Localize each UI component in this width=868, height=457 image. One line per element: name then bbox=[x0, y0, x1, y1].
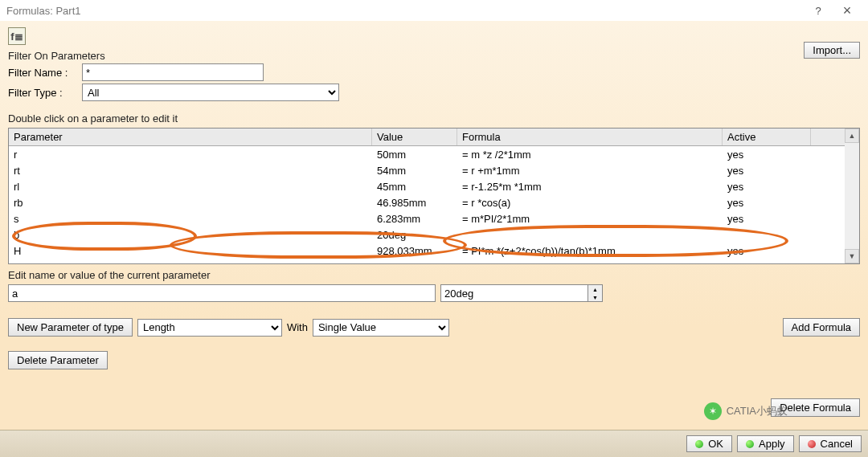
new-param-row: New Parameter of type Length With Single… bbox=[8, 318, 860, 337]
col-header-active[interactable]: Active bbox=[723, 129, 811, 145]
filter-section-label: Filter On Parameters bbox=[8, 50, 860, 62]
cell-value: 928.033mm bbox=[372, 244, 457, 258]
col-header-parameter[interactable]: Parameter bbox=[9, 129, 372, 145]
red-dot-icon bbox=[808, 440, 816, 448]
cell-formula: = r +m*1mm bbox=[457, 164, 723, 177]
scroll-track[interactable] bbox=[845, 143, 859, 249]
cell-param: s bbox=[9, 212, 372, 226]
table-row[interactable]: s6.283mm= m*PI/2*1mmyes bbox=[9, 210, 845, 226]
table-row[interactable]: b20deg bbox=[9, 226, 845, 243]
dialog-footer: OK Apply Cancel bbox=[0, 430, 868, 457]
filter-type-select[interactable]: All bbox=[82, 84, 339, 101]
table-header: Parameter Value Formula Active bbox=[9, 129, 845, 146]
filter-name-row: Filter Name : bbox=[8, 63, 860, 81]
cell-param: rt bbox=[9, 164, 372, 177]
filter-name-input[interactable] bbox=[82, 63, 264, 81]
with-label: With bbox=[287, 321, 308, 333]
table-body: r50mm= m *z /2*1mmyesrt54mm= r +m*1mmyes… bbox=[9, 146, 845, 259]
cell-formula bbox=[457, 234, 723, 235]
cell-active bbox=[723, 234, 811, 235]
cell-value: 20deg bbox=[372, 228, 457, 242]
param-value-input[interactable] bbox=[440, 284, 588, 302]
cell-value: 46.985mm bbox=[372, 196, 457, 210]
param-type-select[interactable]: Length bbox=[137, 319, 282, 337]
table-row[interactable]: r50mm= m *z /2*1mmyes bbox=[9, 146, 845, 162]
green-dot-icon bbox=[695, 440, 703, 448]
param-value-spinner: ▲ ▼ bbox=[440, 284, 603, 302]
col-header-formula[interactable]: Formula bbox=[457, 129, 723, 145]
wechat-icon: ✶ bbox=[704, 402, 722, 420]
apply-button[interactable]: Apply bbox=[737, 435, 794, 452]
cell-param: r bbox=[9, 148, 372, 161]
table-instruction: Double click on a parameter to edit it bbox=[8, 112, 860, 124]
filter-name-label: Filter Name : bbox=[8, 67, 79, 79]
with-select[interactable]: Single Value bbox=[313, 319, 449, 337]
edit-param-row: ▲ ▼ bbox=[8, 284, 860, 302]
cell-value: 6.283mm bbox=[372, 212, 457, 226]
filter-type-row: Filter Type : All bbox=[8, 84, 860, 101]
cell-param: rl bbox=[9, 180, 372, 194]
watermark: ✶ CATIA小蚂蚁 bbox=[704, 402, 788, 420]
cell-active: yes bbox=[723, 164, 811, 177]
cell-value: 50mm bbox=[372, 148, 457, 161]
scroll-down-button[interactable]: ▼ bbox=[845, 249, 859, 263]
table-row[interactable]: H928.033mm= PI*m *(z+2*cos(b))/tan(b)*1m… bbox=[9, 243, 845, 259]
fx-toolbar-icon[interactable]: f≣ bbox=[8, 27, 26, 45]
cell-param: b bbox=[9, 228, 372, 242]
scroll-up-button[interactable]: ▲ bbox=[845, 129, 859, 143]
parameters-table: Parameter Value Formula Active r50mm= m … bbox=[8, 128, 860, 264]
cell-active: yes bbox=[723, 148, 811, 161]
cell-active: yes bbox=[723, 244, 811, 258]
titlebar: Formulas: Part1 ? × bbox=[0, 0, 868, 21]
cancel-button[interactable]: Cancel bbox=[799, 435, 862, 452]
add-formula-button[interactable]: Add Formula bbox=[783, 318, 860, 337]
cell-formula: = r *cos(a) bbox=[457, 196, 723, 210]
ok-button[interactable]: OK bbox=[686, 435, 732, 452]
window-title: Formulas: Part1 bbox=[6, 5, 804, 17]
edit-param-label: Edit name or value of the current parame… bbox=[8, 269, 860, 281]
cell-value: 54mm bbox=[372, 164, 457, 177]
cell-active: yes bbox=[723, 180, 811, 194]
green-dot-icon bbox=[746, 440, 754, 448]
param-name-input[interactable] bbox=[8, 284, 436, 302]
delete-parameter-button[interactable]: Delete Parameter bbox=[8, 351, 108, 369]
spin-down-button[interactable]: ▼ bbox=[588, 293, 602, 301]
vertical-scrollbar[interactable]: ▲ ▼ bbox=[845, 129, 859, 263]
filter-type-label: Filter Type : bbox=[8, 87, 79, 99]
cell-formula: = m *z /2*1mm bbox=[457, 148, 723, 161]
cell-param: H bbox=[9, 244, 372, 258]
spin-up-button[interactable]: ▲ bbox=[588, 285, 602, 293]
dialog-content: f≣ Import... Filter On Parameters Filter… bbox=[0, 21, 868, 457]
new-parameter-button[interactable]: New Parameter of type bbox=[8, 318, 133, 337]
cell-active: yes bbox=[723, 196, 811, 210]
cell-value: 45mm bbox=[372, 180, 457, 194]
help-button[interactable]: ? bbox=[804, 2, 833, 19]
cell-formula: = r-1.25*m *1mm bbox=[457, 180, 723, 194]
cell-active: yes bbox=[723, 212, 811, 226]
close-button[interactable]: × bbox=[833, 2, 862, 19]
cell-formula: = m*PI/2*1mm bbox=[457, 212, 723, 226]
table-row[interactable]: rl45mm= r-1.25*m *1mmyes bbox=[9, 178, 845, 194]
cell-formula: = PI*m *(z+2*cos(b))/tan(b)*1mm bbox=[457, 244, 723, 258]
col-header-value[interactable]: Value bbox=[372, 129, 457, 145]
table-row[interactable]: rt54mm= r +m*1mmyes bbox=[9, 162, 845, 178]
table-row[interactable]: rb46.985mm= r *cos(a)yes bbox=[9, 194, 845, 210]
import-button[interactable]: Import... bbox=[804, 42, 860, 59]
cell-param: rb bbox=[9, 196, 372, 210]
